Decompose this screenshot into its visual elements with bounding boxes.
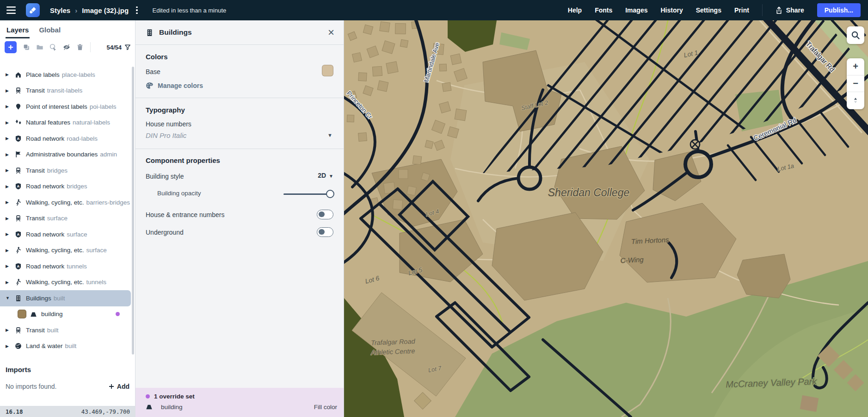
style-editor-logo[interactable] — [26, 3, 40, 17]
sidebar-scrollbar[interactable] — [132, 67, 134, 355]
caret-right-icon[interactable]: ▶ — [6, 344, 15, 349]
layer-color-swatch — [18, 310, 26, 318]
layer-row-walking-cycling-etc--tunnels[interactable]: ▶Walking, cycling, etc.tunnels — [0, 274, 131, 291]
share-button[interactable]: Share — [776, 6, 804, 14]
tab-global[interactable]: Global — [38, 22, 62, 38]
layer-row-transit-transit-labels[interactable]: ▶Transittransit-labels — [0, 83, 131, 99]
map-label: Sheridan College — [548, 187, 629, 199]
caret-right-icon[interactable]: ▶ — [6, 168, 15, 173]
publish-button[interactable]: Publish... — [817, 3, 861, 17]
map-canvas[interactable]: Martindale AvePrinceton CrStaff Lot 2Lot… — [344, 20, 868, 417]
breadcrumb-styles[interactable]: Styles — [50, 6, 70, 14]
road-icon: A — [15, 183, 22, 190]
topbar-divider — [762, 4, 763, 16]
layer-row-point-of-interest-labels-poi-labels[interactable]: ▶Point of interest labelspoi-labels — [0, 99, 131, 115]
edited-status: Edited in less than a minute — [153, 7, 227, 14]
manage-colors-button[interactable]: Manage colors — [146, 82, 333, 89]
map-coordinates: 43.469,-79.700 — [81, 408, 130, 415]
layer-row-road-network-bridges[interactable]: ▶ARoad networkbridges — [0, 179, 131, 195]
duplicate-layer-button[interactable] — [23, 44, 30, 51]
add-layer-button[interactable]: + — [5, 41, 17, 53]
layer-component-id: built — [54, 295, 65, 302]
topbar-link-fonts[interactable]: Fonts — [595, 6, 612, 14]
caret-right-icon[interactable]: ▶ — [6, 184, 15, 189]
base-color-swatch[interactable] — [322, 65, 333, 76]
caret-right-icon[interactable]: ▶ — [6, 104, 15, 109]
delete-layer-button[interactable] — [76, 44, 84, 51]
map-label: Athletic Centre — [370, 347, 415, 356]
layer-name: Road network — [26, 135, 64, 142]
layer-row-transit-built[interactable]: ▶Transitbuilt — [0, 322, 131, 338]
mapbox-studio-app: Styles › Image (32).jpg Edited in less t… — [0, 0, 868, 417]
layer-row-administrative-boundaries-admin[interactable]: ▶Administrative boundariesadmin — [0, 147, 131, 163]
caret-right-icon[interactable]: ▶ — [6, 232, 15, 237]
map-search-button[interactable] — [847, 26, 864, 44]
layer-name: Administrative boundaries — [26, 151, 98, 158]
layer-name: Place labels — [26, 71, 60, 78]
layer-row-land-water-built[interactable]: ▶Land & waterbuilt — [0, 338, 131, 355]
panel-title: Buildings — [159, 28, 192, 37]
layer-component-id: tunnels — [67, 263, 87, 270]
slider-knob[interactable] — [326, 190, 334, 198]
transit-icon — [15, 327, 22, 334]
layer-row-natural-features-natural-labels[interactable]: ▶Natural featuresnatural-labels — [0, 115, 131, 131]
house-entrance-numbers-toggle[interactable] — [317, 210, 333, 219]
layer-row-place-labels-place-labels[interactable]: ▶Place labelsplace-labels — [0, 67, 131, 83]
topbar-link-help[interactable]: Help — [568, 6, 582, 14]
style-menu-button[interactable] — [133, 6, 141, 15]
caret-right-icon[interactable]: ▶ — [6, 88, 15, 93]
caret-right-icon[interactable]: ▶ — [6, 120, 15, 125]
layer-row-walking-cycling-etc--surface[interactable]: ▶Walking, cycling, etc.surface — [0, 243, 131, 259]
caret-right-icon[interactable]: ▶ — [6, 152, 15, 157]
caret-right-icon[interactable]: ▶ — [6, 216, 15, 221]
caret-right-icon[interactable]: ▶ — [6, 264, 15, 268]
layer-row-road-network-surface[interactable]: ▶ARoad networksurface — [0, 226, 131, 243]
building-opacity-slider[interactable] — [283, 190, 333, 198]
underground-toggle[interactable] — [317, 227, 333, 237]
add-import-button[interactable]: Add — [109, 383, 129, 390]
close-panel-button[interactable]: × — [328, 27, 334, 38]
menu-button[interactable] — [5, 4, 18, 17]
caret-right-icon[interactable]: ▶ — [6, 248, 15, 253]
zoom-in-button[interactable]: + — [847, 58, 864, 75]
override-text: 1 override set — [154, 393, 195, 400]
house-numbers-font-select[interactable]: DIN Pro Italic ▼ — [146, 131, 333, 140]
layer-child-row-building[interactable]: building — [0, 306, 131, 323]
topbar-link-print[interactable]: Print — [734, 6, 749, 14]
caret-down-icon[interactable]: ▼ — [6, 296, 15, 300]
layer-row-road-network-tunnels[interactable]: ▶ARoad networktunnels — [0, 258, 131, 274]
map-view[interactable]: Martindale AvePrinceton CrStaff Lot 2Lot… — [344, 20, 868, 417]
filter-icon[interactable] — [124, 44, 131, 50]
top-bar: Styles › Image (32).jpg Edited in less t… — [0, 0, 868, 20]
layer-row-transit-bridges[interactable]: ▶Transitbridges — [0, 162, 131, 179]
topbar-link-history[interactable]: History — [660, 6, 683, 14]
override-footer[interactable]: 1 override set building Fill color — [135, 388, 344, 417]
hide-layer-button[interactable] — [63, 44, 70, 51]
caret-right-icon[interactable]: ▶ — [6, 328, 15, 332]
layer-list: ▶Place labelsplace-labels▶Transittransit… — [0, 67, 135, 354]
tab-layers[interactable]: Layers — [6, 22, 30, 38]
buildings-icon — [15, 295, 22, 302]
plus-icon — [109, 384, 114, 389]
layer-row-walking-cycling-etc--barriers-bridges[interactable]: ▶Walking, cycling, etc.barriers-bridges — [0, 194, 131, 211]
layer-component-id: poi-labels — [90, 103, 117, 110]
topbar-nav: HelpFontsImagesHistorySettingsPrint — [568, 6, 749, 14]
road-icon: A — [15, 263, 22, 270]
topbar-link-images[interactable]: Images — [625, 6, 647, 14]
chevron-down-icon: ▼ — [327, 132, 332, 138]
building-style-value: 2D — [318, 172, 326, 179]
pitch-toggle-button[interactable] — [847, 92, 864, 109]
building-style-select[interactable]: 2D▼ — [318, 172, 333, 179]
caret-right-icon[interactable]: ▶ — [6, 280, 15, 285]
topbar-link-settings[interactable]: Settings — [696, 6, 721, 14]
group-layers-button[interactable] — [36, 44, 43, 51]
caret-right-icon[interactable]: ▶ — [6, 72, 15, 77]
select-layer-button[interactable] — [49, 44, 57, 51]
layer-row-buildings-built[interactable]: ▼Buildingsbuilt — [0, 290, 131, 306]
layer-row-road-network-road-labels[interactable]: ▶ARoad networkroad-labels — [0, 131, 131, 147]
caret-right-icon[interactable]: ▶ — [6, 136, 15, 141]
caret-right-icon[interactable]: ▶ — [6, 200, 15, 205]
layer-row-transit-surface[interactable]: ▶Transitsurface — [0, 211, 131, 227]
zoom-out-button[interactable]: − — [847, 75, 864, 93]
component-properties-heading: Component properties — [146, 156, 333, 164]
